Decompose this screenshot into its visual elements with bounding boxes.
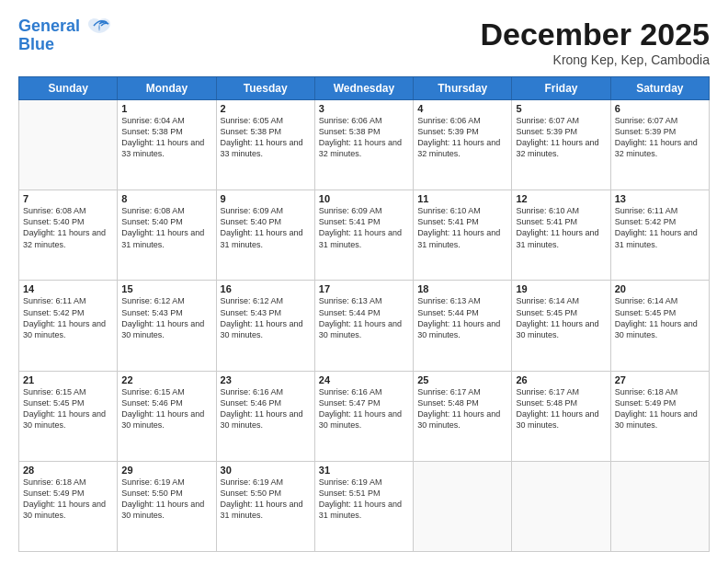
calendar-header-row: SundayMondayTuesdayWednesdayThursdayFrid…: [19, 77, 710, 100]
logo-bird-icon: [86, 17, 112, 37]
day-number: 3: [319, 103, 409, 114]
logo-text: General: [18, 17, 112, 37]
day-number: 29: [121, 465, 211, 476]
calendar-cell: 17 Sunrise: 6:13 AMSunset: 5:44 PMDaylig…: [314, 281, 413, 371]
day-info: Sunrise: 6:18 AMSunset: 5:49 PMDaylight:…: [23, 477, 113, 522]
calendar-table: SundayMondayTuesdayWednesdayThursdayFrid…: [18, 76, 710, 552]
day-number: 14: [23, 283, 113, 294]
calendar-cell: 2 Sunrise: 6:05 AMSunset: 5:38 PMDayligh…: [216, 100, 314, 190]
day-info: Sunrise: 6:19 AMSunset: 5:50 PMDaylight:…: [121, 477, 211, 522]
logo: General Blue: [18, 17, 112, 54]
day-info: Sunrise: 6:10 AMSunset: 5:41 PMDaylight:…: [516, 205, 606, 250]
calendar-cell: 20 Sunrise: 6:14 AMSunset: 5:45 PMDaylig…: [610, 281, 709, 371]
calendar-week-1: 1 Sunrise: 6:04 AMSunset: 5:38 PMDayligh…: [19, 100, 710, 190]
day-number: 12: [516, 193, 606, 204]
calendar-cell: 13 Sunrise: 6:11 AMSunset: 5:42 PMDaylig…: [610, 190, 709, 281]
calendar-cell: 15 Sunrise: 6:12 AMSunset: 5:43 PMDaylig…: [118, 281, 216, 371]
calendar-cell: 19 Sunrise: 6:14 AMSunset: 5:45 PMDaylig…: [512, 281, 610, 371]
col-header-sunday: Sunday: [19, 77, 118, 100]
calendar-cell: 21 Sunrise: 6:15 AMSunset: 5:45 PMDaylig…: [19, 371, 118, 461]
location-subtitle: Krong Kep, Kep, Cambodia: [480, 52, 710, 67]
day-info: Sunrise: 6:19 AMSunset: 5:50 PMDaylight:…: [221, 477, 311, 522]
calendar-cell: [414, 461, 512, 551]
col-header-thursday: Thursday: [414, 77, 512, 100]
calendar-cell: 3 Sunrise: 6:06 AMSunset: 5:38 PMDayligh…: [314, 100, 413, 190]
day-info: Sunrise: 6:08 AMSunset: 5:40 PMDaylight:…: [23, 205, 113, 250]
day-info: Sunrise: 6:11 AMSunset: 5:42 PMDaylight:…: [615, 205, 705, 250]
calendar-cell: 25 Sunrise: 6:17 AMSunset: 5:48 PMDaylig…: [414, 371, 512, 461]
calendar-cell: 7 Sunrise: 6:08 AMSunset: 5:40 PMDayligh…: [19, 190, 118, 281]
calendar-week-5: 28 Sunrise: 6:18 AMSunset: 5:49 PMDaylig…: [19, 461, 710, 551]
calendar-cell: [512, 461, 610, 551]
day-number: 10: [319, 193, 409, 204]
day-info: Sunrise: 6:19 AMSunset: 5:51 PMDaylight:…: [319, 477, 409, 522]
calendar-cell: 23 Sunrise: 6:16 AMSunset: 5:46 PMDaylig…: [216, 371, 314, 461]
day-info: Sunrise: 6:13 AMSunset: 5:44 PMDaylight:…: [417, 295, 507, 340]
day-number: 4: [417, 103, 507, 114]
day-number: 7: [23, 193, 113, 204]
day-info: Sunrise: 6:07 AMSunset: 5:39 PMDaylight:…: [615, 115, 705, 160]
calendar-cell: 11 Sunrise: 6:10 AMSunset: 5:41 PMDaylig…: [414, 190, 512, 281]
day-number: 24: [319, 374, 409, 385]
day-number: 13: [615, 193, 705, 204]
day-info: Sunrise: 6:12 AMSunset: 5:43 PMDaylight:…: [221, 295, 311, 340]
day-number: 23: [221, 374, 311, 385]
day-info: Sunrise: 6:13 AMSunset: 5:44 PMDaylight:…: [319, 295, 409, 340]
day-number: 8: [121, 193, 211, 204]
day-number: 2: [221, 103, 311, 114]
day-number: 22: [121, 374, 211, 385]
day-info: Sunrise: 6:15 AMSunset: 5:46 PMDaylight:…: [121, 386, 211, 431]
calendar-cell: 1 Sunrise: 6:04 AMSunset: 5:38 PMDayligh…: [118, 100, 216, 190]
calendar-cell: 26 Sunrise: 6:17 AMSunset: 5:48 PMDaylig…: [512, 371, 610, 461]
calendar-cell: 18 Sunrise: 6:13 AMSunset: 5:44 PMDaylig…: [414, 281, 512, 371]
day-info: Sunrise: 6:18 AMSunset: 5:49 PMDaylight:…: [615, 386, 705, 431]
day-number: 16: [221, 283, 311, 294]
page: General Blue December 2025 Krong Kep, Ke…: [0, 0, 728, 563]
calendar-cell: 6 Sunrise: 6:07 AMSunset: 5:39 PMDayligh…: [610, 100, 709, 190]
day-info: Sunrise: 6:06 AMSunset: 5:38 PMDaylight:…: [319, 115, 409, 160]
calendar-cell: 12 Sunrise: 6:10 AMSunset: 5:41 PMDaylig…: [512, 190, 610, 281]
month-title: December 2025: [480, 17, 710, 52]
calendar-cell: 24 Sunrise: 6:16 AMSunset: 5:47 PMDaylig…: [314, 371, 413, 461]
logo-blue: Blue: [18, 35, 112, 54]
header: General Blue December 2025 Krong Kep, Ke…: [18, 17, 710, 67]
day-info: Sunrise: 6:16 AMSunset: 5:46 PMDaylight:…: [221, 386, 311, 431]
calendar-cell: 14 Sunrise: 6:11 AMSunset: 5:42 PMDaylig…: [19, 281, 118, 371]
day-number: 26: [516, 374, 606, 385]
title-block: December 2025 Krong Kep, Kep, Cambodia: [480, 17, 710, 67]
calendar-cell: 30 Sunrise: 6:19 AMSunset: 5:50 PMDaylig…: [216, 461, 314, 551]
col-header-tuesday: Tuesday: [216, 77, 314, 100]
day-info: Sunrise: 6:15 AMSunset: 5:45 PMDaylight:…: [23, 386, 113, 431]
calendar-cell: 5 Sunrise: 6:07 AMSunset: 5:39 PMDayligh…: [512, 100, 610, 190]
day-info: Sunrise: 6:16 AMSunset: 5:47 PMDaylight:…: [319, 386, 409, 431]
day-number: 6: [615, 103, 705, 114]
day-info: Sunrise: 6:17 AMSunset: 5:48 PMDaylight:…: [516, 386, 606, 431]
calendar-cell: 16 Sunrise: 6:12 AMSunset: 5:43 PMDaylig…: [216, 281, 314, 371]
calendar-week-4: 21 Sunrise: 6:15 AMSunset: 5:45 PMDaylig…: [19, 371, 710, 461]
calendar-week-2: 7 Sunrise: 6:08 AMSunset: 5:40 PMDayligh…: [19, 190, 710, 281]
day-info: Sunrise: 6:04 AMSunset: 5:38 PMDaylight:…: [121, 115, 211, 160]
calendar-cell: 28 Sunrise: 6:18 AMSunset: 5:49 PMDaylig…: [19, 461, 118, 551]
day-number: 31: [319, 465, 409, 476]
day-info: Sunrise: 6:08 AMSunset: 5:40 PMDaylight:…: [121, 205, 211, 250]
calendar-cell: 10 Sunrise: 6:09 AMSunset: 5:41 PMDaylig…: [314, 190, 413, 281]
day-number: 1: [121, 103, 211, 114]
day-info: Sunrise: 6:09 AMSunset: 5:41 PMDaylight:…: [319, 205, 409, 250]
calendar-cell: [19, 100, 118, 190]
day-info: Sunrise: 6:17 AMSunset: 5:48 PMDaylight:…: [417, 386, 507, 431]
day-number: 20: [615, 283, 705, 294]
calendar-week-3: 14 Sunrise: 6:11 AMSunset: 5:42 PMDaylig…: [19, 281, 710, 371]
day-info: Sunrise: 6:05 AMSunset: 5:38 PMDaylight:…: [221, 115, 311, 160]
day-info: Sunrise: 6:07 AMSunset: 5:39 PMDaylight:…: [516, 115, 606, 160]
day-info: Sunrise: 6:14 AMSunset: 5:45 PMDaylight:…: [615, 295, 705, 340]
col-header-saturday: Saturday: [610, 77, 709, 100]
day-info: Sunrise: 6:12 AMSunset: 5:43 PMDaylight:…: [121, 295, 211, 340]
day-info: Sunrise: 6:14 AMSunset: 5:45 PMDaylight:…: [516, 295, 606, 340]
calendar-cell: 22 Sunrise: 6:15 AMSunset: 5:46 PMDaylig…: [118, 371, 216, 461]
calendar-cell: 9 Sunrise: 6:09 AMSunset: 5:40 PMDayligh…: [216, 190, 314, 281]
day-number: 15: [121, 283, 211, 294]
day-number: 21: [23, 374, 113, 385]
day-number: 5: [516, 103, 606, 114]
calendar-cell: [610, 461, 709, 551]
calendar-cell: 27 Sunrise: 6:18 AMSunset: 5:49 PMDaylig…: [610, 371, 709, 461]
